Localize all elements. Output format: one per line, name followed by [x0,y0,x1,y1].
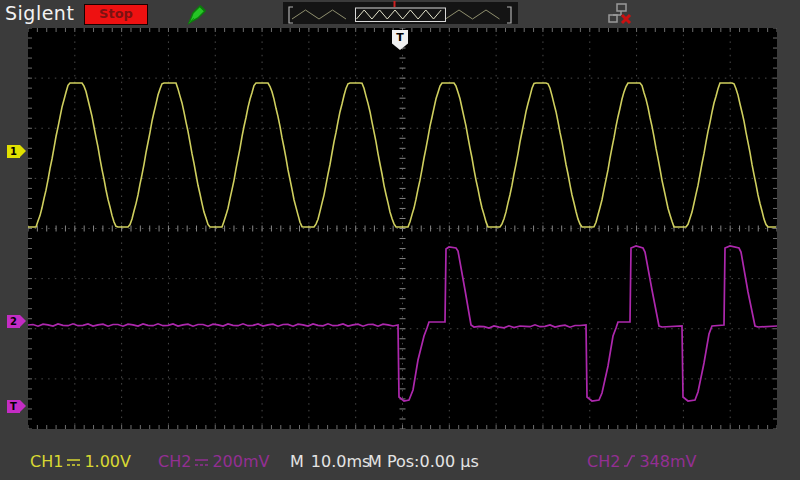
dc-coupling-icon [194,456,209,468]
oscilloscope-display: Siglent Stop 1 2 T T CH11.00V CH2200mV M… [0,0,800,480]
ch1-level-marker[interactable]: 1 [7,145,26,158]
ch2-status: CH2200mV [158,452,269,471]
trigger-level-marker-label: T [7,400,20,413]
horizontal-preview-strip[interactable] [283,0,518,26]
ch1-status-label: CH1 [30,452,63,471]
timebase-value: 10.0ms [311,452,371,471]
ch1-level-marker-label: 1 [7,145,20,158]
ch1-marker-arrow-icon [20,145,26,157]
ch1-status: CH11.00V [30,452,131,471]
timebase-label: M [290,452,304,471]
trigger-level-marker[interactable]: T [7,400,26,413]
horizontal-position-status: M Pos:0.00 µs [368,452,479,471]
preview-background [283,2,518,24]
dc-coupling-icon [66,456,81,468]
trigger-source: CH2 [587,452,620,471]
timebase-status: M10.0ms [290,452,370,471]
stop-button[interactable]: Stop [84,4,148,25]
rising-edge-icon [623,453,636,468]
ch2-status-label: CH2 [158,452,191,471]
ch2-volts-per-div: 200mV [212,452,269,471]
waveform-plot [28,28,777,429]
horizontal-position-label: M Pos: [368,452,419,471]
trigger-status: CH2348mV [587,452,696,471]
ch1-trace [28,83,776,227]
ch2-marker-arrow-icon [20,315,26,327]
graticule [28,28,777,429]
trigger-level-value: 348mV [639,452,696,471]
brand-logo: Siglent [5,2,74,24]
probe-icon [185,2,209,26]
ch2-level-marker[interactable]: 2 [7,315,26,328]
waveform-screen [28,28,777,429]
trigger-marker-arrow-icon [20,400,26,412]
network-disconnected-icon [606,2,634,27]
horizontal-position-value: 0.00 µs [419,452,478,471]
ch2-level-marker-label: 2 [7,315,20,328]
ch1-volts-per-div: 1.00V [84,452,131,471]
